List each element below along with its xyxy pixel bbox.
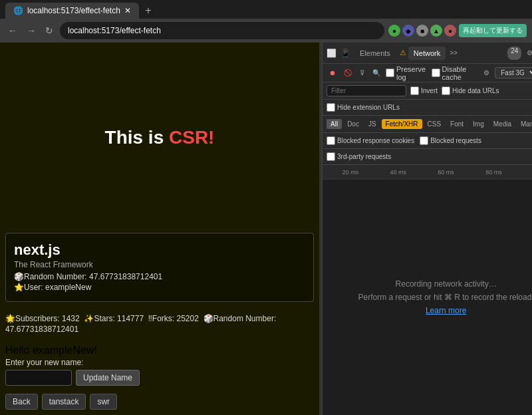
hide-data-urls-checkbox[interactable] — [442, 86, 450, 95]
invert-label[interactable]: Invert — [410, 86, 438, 95]
back-link-btn[interactable]: Back — [5, 394, 38, 410]
update-name-button[interactable]: Update Name — [76, 370, 140, 386]
disable-cache-checkbox[interactable] — [432, 69, 440, 77]
info-random-value: 47.67731838712401 — [5, 325, 314, 334]
tab-title: localhost:5173/effect-fetch — [27, 6, 120, 15]
forward-button[interactable]: → — [24, 24, 39, 37]
devtools-settings-icon[interactable]: ⚙ — [523, 47, 532, 60]
tab-elements[interactable]: Elements — [354, 47, 396, 60]
ext-icon-2[interactable]: ◆ — [402, 25, 414, 37]
card-random: 🎲Random Number: 47.67731838712401 — [14, 272, 305, 281]
type-btn-font[interactable]: Font — [446, 119, 467, 129]
type-btn-fetch[interactable]: Fetch/XHR — [382, 119, 422, 129]
learn-more-link[interactable]: Learn more — [426, 306, 466, 315]
network-tab-container: ⚠ Network — [400, 47, 446, 60]
reload-button[interactable]: ↻ — [43, 24, 56, 37]
more-tabs-icon[interactable]: >> — [450, 49, 458, 57]
blocked-requests-checkbox[interactable] — [420, 136, 428, 145]
reload-update-btn[interactable]: 再起動して更新する — [459, 24, 527, 37]
blocked-requests-label[interactable]: Blocked requests — [420, 136, 481, 145]
request-count-badge: 24 — [507, 47, 521, 60]
hello-text: Hello exampleNew! — [5, 345, 314, 356]
active-tab[interactable]: 🌐 localhost:5173/effect-fetch ✕ — [5, 3, 139, 19]
address-bar[interactable] — [60, 22, 384, 39]
main-area: This is CSR! next.js The React Framework… — [0, 43, 532, 415]
network-filter-bar: Invert Hide data URLs — [323, 82, 532, 100]
type-filter-bar: All Doc JS Fetch/XHR CSS Font Img Media … — [323, 116, 532, 133]
hide-ext-checkbox[interactable] — [327, 103, 335, 112]
nextjs-card: next.js The React Framework 🎲Random Numb… — [5, 233, 314, 302]
network-empty-state: Recording network activity… Perform a re… — [323, 180, 532, 415]
ext-icon-4[interactable]: ▲ — [430, 25, 442, 37]
type-btn-css[interactable]: CSS — [424, 119, 446, 129]
tick-3: 60 ms — [422, 169, 470, 176]
type-btn-img[interactable]: Img — [469, 119, 488, 129]
type-btn-manifest[interactable]: Manifest — [517, 119, 532, 129]
name-input[interactable] — [5, 370, 72, 386]
tab-bar: 🌐 localhost:5173/effect-fetch ✕ + — [0, 0, 532, 19]
type-btn-js[interactable]: JS — [364, 119, 380, 129]
type-btn-media[interactable]: Media — [489, 119, 515, 129]
swr-link-btn[interactable]: swr — [90, 394, 117, 410]
third-party-checkbox[interactable] — [327, 152, 335, 161]
input-row: Update Name — [5, 370, 314, 386]
throttle-select[interactable]: Fast 3G — [495, 67, 532, 78]
devtools-action-icons: 24 ⚙ ⋮ ✕ — [507, 47, 532, 60]
nav-bar: ← → ↻ ● ◆ ■ ▲ ● 再起動して更新する — [0, 19, 532, 43]
disable-cache-label[interactable]: Disable cache — [432, 65, 479, 81]
tick-2: 40 ms — [374, 169, 422, 176]
tick-5: 100 ms — [517, 169, 532, 176]
new-tab-btn[interactable]: + — [140, 3, 156, 19]
settings-btn[interactable]: ⚙ — [481, 68, 492, 78]
ext-icon-1[interactable]: ● — [388, 25, 400, 37]
type-btn-all[interactable]: All — [327, 119, 342, 129]
info-section: 🌟Subscribers: 1432 ✨Stars: 114777 ‼Forks… — [0, 307, 319, 341]
card-subtitle: The React Framework — [14, 260, 305, 269]
back-button[interactable]: ← — [5, 24, 20, 37]
empty-line1: Recording network activity… — [396, 279, 497, 289]
ext-icon-3[interactable]: ■ — [416, 25, 428, 37]
checkbox-bar: Blocked response cookies Blocked request… — [323, 133, 532, 149]
filter-icon-btn[interactable]: ⊽ — [357, 68, 367, 78]
hide-data-urls-label[interactable]: Hide data URLs — [442, 86, 499, 95]
network-warning-icon: ⚠ — [400, 49, 406, 57]
tab-network[interactable]: Network — [408, 47, 446, 60]
card-user: ⭐User: exampleNew — [14, 283, 305, 292]
network-toolbar: ⏺ 🚫 ⊽ 🔍 Preserve log Disable cache ⚙ Fas… — [323, 64, 532, 82]
timeline-bar: 20 ms 40 ms 60 ms 80 ms 100 ms — [323, 165, 532, 180]
browser-chrome: 🌐 localhost:5173/effect-fetch ✕ + ← → ↻ … — [0, 0, 532, 43]
ext-icon-5[interactable]: ● — [444, 25, 456, 37]
csr-section: This is CSR! — [0, 43, 319, 233]
info-subscribers: 🌟Subscribers: 1432 ✨Stars: 114777 ‼Forks… — [5, 314, 314, 323]
devtools-panel: ⬜ 📱 Elements ⚠ Network >> 24 ⚙ ⋮ ✕ ⏺ 🚫 ⊽… — [322, 43, 532, 415]
invert-checkbox[interactable] — [410, 86, 419, 95]
devtools-inspect-icon[interactable]: ⬜ — [327, 49, 336, 58]
tab-favicon: 🌐 — [13, 6, 23, 15]
tanstack-link-btn[interactable]: tanstack — [42, 394, 86, 410]
hide-ext-label[interactable]: Hide extension URLs — [327, 103, 400, 112]
tick-1: 20 ms — [327, 169, 374, 176]
input-section: Hello exampleNew! Enter your new name: U… — [0, 341, 319, 391]
preserve-log-checkbox[interactable] — [386, 69, 394, 77]
csr-heading: This is CSR! — [105, 127, 215, 148]
devtools-device-icon[interactable]: 📱 — [340, 49, 350, 58]
type-btn-doc[interactable]: Doc — [343, 119, 363, 129]
nav-links: Back tanstack swr — [0, 391, 319, 415]
third-party-bar: 3rd-party requests — [323, 149, 532, 165]
third-party-label[interactable]: 3rd-party requests — [327, 152, 391, 161]
hide-ext-bar: Hide extension URLs — [323, 100, 532, 116]
search-btn[interactable]: 🔍 — [370, 68, 383, 78]
blocked-response-label[interactable]: Blocked response cookies — [327, 136, 414, 145]
extensions-area: ● ◆ ■ ▲ ● — [388, 25, 456, 37]
card-title: next.js — [14, 241, 305, 259]
preserve-log-label[interactable]: Preserve log — [386, 65, 429, 81]
tick-4: 80 ms — [470, 169, 518, 176]
tab-close-icon[interactable]: ✕ — [124, 6, 131, 15]
devtools-top-bar: ⬜ 📱 Elements ⚠ Network >> 24 ⚙ ⋮ ✕ — [323, 43, 532, 64]
webpage: This is CSR! next.js The React Framework… — [0, 43, 319, 415]
input-label: Enter your new name: — [5, 358, 314, 367]
clear-btn[interactable]: 🚫 — [341, 68, 354, 78]
record-btn[interactable]: ⏺ — [327, 68, 338, 78]
blocked-response-checkbox[interactable] — [327, 136, 335, 145]
filter-input[interactable] — [327, 85, 406, 96]
